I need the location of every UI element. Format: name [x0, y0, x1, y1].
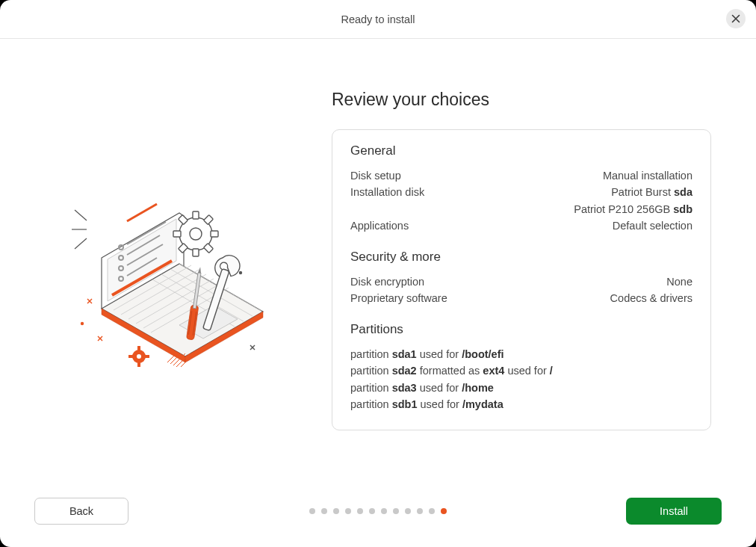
section-title-security: Security & more — [350, 250, 693, 265]
close-button[interactable] — [726, 9, 746, 28]
window-title: Ready to install — [341, 13, 415, 25]
row-install-disk: Installation disk Patriot Burst sda Patr… — [350, 184, 693, 217]
main-panel: Review your choices General Disk setup M… — [314, 90, 711, 475]
step-indicator — [309, 508, 447, 514]
row-disk-setup: Disk setup Manual installation — [350, 167, 693, 184]
svg-rect-32 — [193, 249, 199, 256]
svg-rect-33 — [211, 231, 218, 237]
svg-point-30 — [190, 228, 202, 240]
review-card: General Disk setup Manual installation I… — [332, 129, 711, 430]
section-general: General Disk setup Manual installation I… — [350, 143, 693, 235]
value-disk-setup: Manual installation — [603, 167, 693, 184]
partition-line: partition sda1 used for /boot/efi — [350, 346, 693, 362]
svg-point-62 — [239, 271, 242, 274]
label-disk-setup: Disk setup — [350, 167, 401, 184]
value-applications: Default selection — [613, 217, 693, 234]
titlebar: Ready to install — [0, 0, 756, 39]
svg-rect-34 — [173, 231, 181, 237]
svg-rect-49 — [145, 355, 149, 358]
partition-line: partition sda3 used for /home — [350, 380, 693, 396]
step-dot — [357, 508, 363, 514]
install-button[interactable]: Install — [626, 498, 722, 525]
section-title-partitions: Partitions — [350, 322, 693, 337]
step-dot — [429, 508, 435, 514]
illustration — [45, 90, 314, 475]
small-gear-icon — [128, 346, 149, 367]
partition-line: partition sdb1 used for /mydata — [350, 396, 693, 412]
footer: Back Install — [0, 475, 756, 547]
svg-point-46 — [137, 354, 141, 359]
label-proprietary: Proprietary software — [350, 290, 447, 306]
partition-list: partition sda1 used for /boot/efipartiti… — [350, 346, 693, 413]
close-icon — [731, 13, 740, 25]
svg-rect-31 — [193, 211, 199, 219]
page-heading: Review your choices — [332, 90, 711, 110]
step-dot — [345, 508, 351, 514]
value-disk-encryption: None — [666, 274, 693, 290]
svg-line-0 — [75, 210, 87, 220]
value-install-disk: Patriot Burst sda Patriot P210 256GB sdb — [574, 184, 693, 217]
svg-point-63 — [81, 322, 84, 325]
label-install-disk: Installation disk — [350, 184, 424, 217]
svg-line-2 — [75, 238, 87, 249]
section-title-general: General — [350, 143, 693, 158]
step-dot — [309, 508, 315, 514]
row-disk-encryption: Disk encryption None — [350, 274, 693, 290]
step-dot — [321, 508, 327, 514]
back-button[interactable]: Back — [34, 498, 128, 525]
row-applications: Applications Default selection — [350, 217, 693, 234]
content-area: Review your choices General Disk setup M… — [0, 39, 756, 475]
step-dot — [369, 508, 375, 514]
step-dot — [441, 508, 447, 514]
step-dot — [333, 508, 339, 514]
svg-rect-47 — [137, 346, 140, 350]
step-dot — [381, 508, 387, 514]
svg-rect-50 — [128, 355, 133, 358]
gear-icon — [173, 211, 218, 256]
installer-window: Ready to install — [0, 0, 756, 547]
section-security: Security & more Disk encryption None Pro… — [350, 250, 693, 307]
label-disk-encryption: Disk encryption — [350, 274, 424, 290]
section-partitions: Partitions partition sda1 used for /boot… — [350, 322, 693, 413]
svg-rect-48 — [137, 362, 140, 367]
step-dot — [405, 508, 411, 514]
laptop-illustration-icon — [67, 176, 291, 370]
label-applications: Applications — [350, 217, 409, 234]
row-proprietary: Proprietary software Codecs & drivers — [350, 290, 693, 306]
svg-line-5 — [127, 204, 157, 221]
step-dot — [393, 508, 399, 514]
step-dot — [417, 508, 423, 514]
partition-line: partition sda2 formatted as ext4 used fo… — [350, 362, 693, 379]
value-proprietary: Codecs & drivers — [610, 290, 693, 306]
